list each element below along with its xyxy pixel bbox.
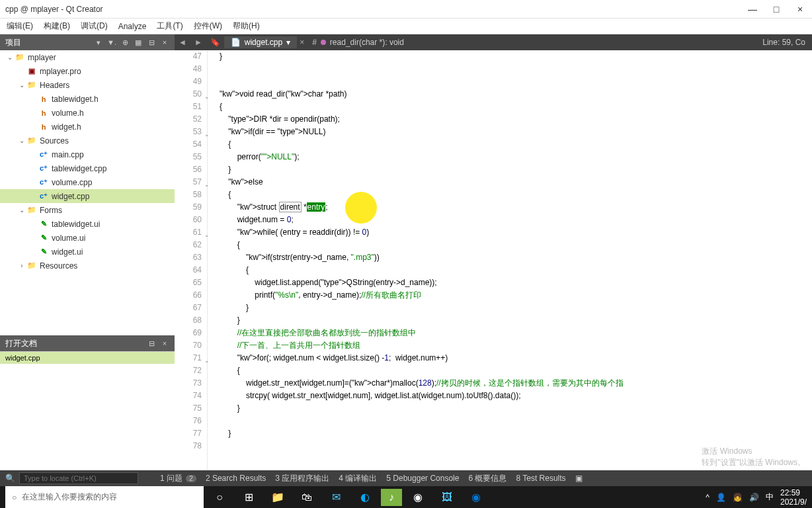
store-icon[interactable]: 🛍 <box>294 486 320 508</box>
browser-icon[interactable]: ◐ <box>352 486 378 508</box>
clock[interactable]: 22:59 2021/9/ <box>780 488 807 507</box>
tree-node[interactable]: c⁺widget.cpp <box>0 189 175 203</box>
tray-ime-icon[interactable]: 中 <box>766 491 774 503</box>
taskbar-search[interactable]: ○ 在这里输入你要搜索的内容 <box>5 486 204 508</box>
tab-filename: widget.cpp <box>245 38 282 47</box>
nav-back-icon[interactable]: ◄ <box>175 38 190 47</box>
output-toggle-icon[interactable]: ▣ <box>575 474 583 483</box>
open-doc-item[interactable]: widget.cpp <box>0 352 175 364</box>
menu-widgets[interactable]: 控件(W) <box>188 19 227 33</box>
tree-node[interactable]: ✎widget.ui <box>0 245 175 259</box>
minimize-button[interactable]: — <box>746 3 759 16</box>
project-tree[interactable]: ⌄📁mplayer▣mplayer.pro⌄📁Headershtablewidg… <box>0 50 175 335</box>
mail-icon[interactable]: ✉ <box>323 486 349 508</box>
edge-icon[interactable]: ◉ <box>463 486 489 508</box>
split-icon[interactable]: ⊟ <box>147 38 156 47</box>
window-controls: — □ × <box>746 3 807 16</box>
left-panel: 项目 ▾ ▼. ⊕ ▦ ⊟ × ⌄📁mplayer▣mplayer.pro⌄📁H… <box>0 34 175 470</box>
bottom-bar: 🔍 1 问题 2 2 Search Results 3 应用程序输出 4 编译输… <box>0 470 812 486</box>
layout-icon[interactable]: ▦ <box>134 38 143 47</box>
tray-up-icon[interactable]: ^ <box>706 493 710 502</box>
docs-close-icon[interactable]: × <box>160 339 169 348</box>
editor-tab-bar: ◄ ► 🔖 📄 widget.cpp ▾ × # read_dir(char *… <box>175 34 812 50</box>
dropdown-icon[interactable]: ▾ <box>94 38 103 47</box>
nav-fwd-icon[interactable]: ► <box>190 38 206 47</box>
debugger-console-tab[interactable]: 5 Debugger Console <box>386 474 459 483</box>
function-icon <box>321 40 326 45</box>
cursor-position: Line: 59, Co <box>756 38 812 47</box>
close-panel-icon[interactable]: × <box>160 38 169 47</box>
taskbar-search-placeholder: 在这里输入你要搜索的内容 <box>22 491 117 503</box>
tray-user-icon[interactable]: 👧 <box>733 493 743 502</box>
menu-edit[interactable]: 编辑(E) <box>1 19 38 33</box>
menu-debug[interactable]: 调试(D) <box>75 19 113 33</box>
line-gutter: 47484950⌄515253⌄54555657⌄58596061⌄626364… <box>175 50 208 470</box>
breadcrumb[interactable]: # read_dir(char *): void <box>307 38 409 47</box>
task-view-icon[interactable]: ⊞ <box>235 486 262 508</box>
tree-node[interactable]: ›📁Resources <box>0 259 175 273</box>
file-icon: 📄 <box>231 38 241 47</box>
docs-panel-title: 打开文档 <box>5 338 37 349</box>
locator[interactable]: 🔍 <box>5 472 151 484</box>
windows-taskbar: ○ 在这里输入你要搜索的内容 ○ ⊞ 📁 🛍 ✉ ◐ ♪ ◉ 🖼 ◉ ^ 👤 👧… <box>0 486 812 508</box>
tree-node[interactable]: htablewidget.h <box>0 92 175 106</box>
editor-panel: ◄ ► 🔖 📄 widget.cpp ▾ × # read_dir(char *… <box>175 34 812 470</box>
cortana-icon: ○ <box>12 493 17 502</box>
explorer-icon[interactable]: 📁 <box>264 486 291 508</box>
menu-tools[interactable]: 工具(T) <box>151 19 188 33</box>
menu-analyze[interactable]: Analyze <box>113 21 152 32</box>
maximize-button[interactable]: □ <box>770 3 783 16</box>
docs-panel-header: 打开文档 ⊟ × <box>0 335 175 351</box>
code-editor[interactable]: 47484950⌄515253⌄54555657⌄58596061⌄626364… <box>175 50 812 470</box>
breadcrumb-text: read_dir(char *): void <box>330 38 404 47</box>
tree-node[interactable]: ▣mplayer.pro <box>0 64 175 78</box>
tree-node[interactable]: c⁺tablewidget.cpp <box>0 161 175 175</box>
tree-node[interactable]: hwidget.h <box>0 120 175 134</box>
tree-node[interactable]: hvolume.h <box>0 106 175 120</box>
tab-close-icon[interactable]: × <box>297 38 307 47</box>
tree-node[interactable]: ⌄📁Sources <box>0 134 175 148</box>
close-button[interactable]: × <box>793 3 807 16</box>
active-tab[interactable]: 📄 widget.cpp ▾ <box>224 36 297 48</box>
tree-node[interactable]: ✎tablewidget.ui <box>0 217 175 231</box>
tab-dropdown-icon[interactable]: ▾ <box>286 38 290 47</box>
tree-node[interactable]: ⌄📁mplayer <box>0 50 175 64</box>
project-panel-header: 项目 ▾ ▼. ⊕ ▦ ⊟ × <box>0 34 175 50</box>
compile-output-tab[interactable]: 4 编译输出 <box>339 473 377 484</box>
filter-icon[interactable]: ▼. <box>107 38 116 47</box>
menu-help[interactable]: 帮助(H) <box>227 19 265 33</box>
menu-bar: 编辑(E) 构建(B) 调试(D) Analyze 工具(T) 控件(W) 帮助… <box>0 19 812 34</box>
test-results-tab[interactable]: 8 Test Results <box>516 474 565 483</box>
open-docs-list: widget.cpp <box>0 351 175 470</box>
sync-icon[interactable]: ⊕ <box>120 38 130 47</box>
code-content[interactable]: }"kw">void read_dir("kw">char *path){ "t… <box>208 50 812 470</box>
title-bar: cpp @ mplayer - Qt Creator — □ × <box>0 0 812 19</box>
cortana-circle-icon[interactable]: ○ <box>206 486 233 508</box>
app-icon-2[interactable]: ◉ <box>405 486 431 508</box>
tree-node[interactable]: c⁺volume.cpp <box>0 175 175 189</box>
search-icon: 🔍 <box>5 474 15 483</box>
window-title: cpp @ mplayer - Qt Creator <box>5 5 103 14</box>
menu-build[interactable]: 构建(B) <box>38 19 75 33</box>
project-panel-title: 项目 <box>5 37 21 48</box>
system-tray[interactable]: ^ 👤 👧 🔊 中 22:59 2021/9/ <box>706 488 807 507</box>
tree-node[interactable]: ⌄📁Headers <box>0 78 175 92</box>
issues-tab[interactable]: 1 问题 2 <box>160 473 196 484</box>
docs-split-icon[interactable]: ⊟ <box>147 339 156 348</box>
search-results-tab[interactable]: 2 Search Results <box>206 474 266 483</box>
general-messages-tab[interactable]: 6 概要信息 <box>468 473 507 484</box>
app-icon-1[interactable]: ♪ <box>381 489 402 506</box>
photos-icon[interactable]: 🖼 <box>434 486 460 508</box>
tree-node[interactable]: c⁺main.cpp <box>0 148 175 161</box>
breadcrumb-sep: # <box>312 38 317 47</box>
tray-speaker-icon[interactable]: 🔊 <box>749 493 759 502</box>
tray-people-icon[interactable]: 👤 <box>716 493 726 502</box>
tree-node[interactable]: ⌄📁Forms <box>0 203 175 217</box>
tree-node[interactable]: ✎volume.ui <box>0 231 175 245</box>
bookmark-icon[interactable]: 🔖 <box>206 38 224 47</box>
locator-input[interactable] <box>19 472 138 484</box>
app-output-tab[interactable]: 3 应用程序输出 <box>275 473 329 484</box>
